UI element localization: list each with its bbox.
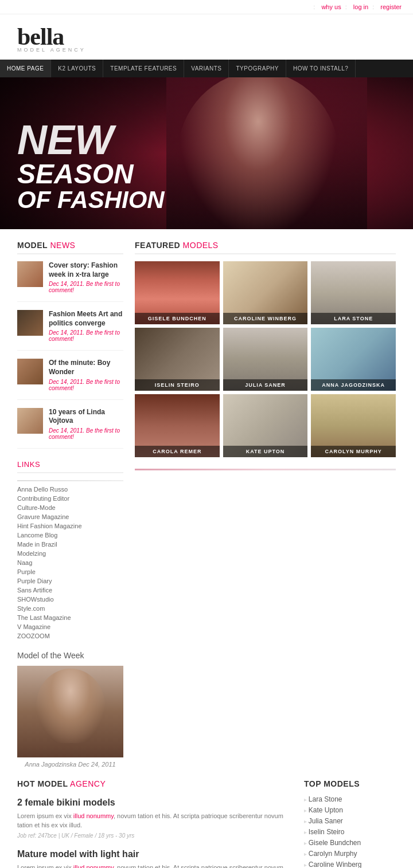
illud-link-1[interactable]: illud nonummy: [73, 812, 114, 819]
link-item[interactable]: Contributing Editor: [17, 495, 123, 502]
link-item[interactable]: Lancome Blog: [17, 532, 123, 539]
why-us-link[interactable]: why us: [321, 3, 341, 10]
nav-homepage[interactable]: HOME PAGE: [0, 60, 51, 77]
news-item-3[interactable]: Of the minute: Boy Wonder Dec 14, 2011. …: [17, 359, 123, 399]
link-item[interactable]: Culture-Mode: [17, 504, 123, 511]
model-card-6[interactable]: ANNA JAGODZINSKA: [311, 328, 396, 391]
model-card-3[interactable]: LARA STONE: [311, 261, 396, 324]
model-card-1[interactable]: GISELE BUNDCHEN: [135, 261, 220, 324]
news-title-4: 10 years of Linda Vojtova: [49, 408, 123, 426]
hero-text: NEW SEASON OF FASHION: [17, 119, 165, 212]
link-item[interactable]: Gravure Magazine: [17, 513, 123, 520]
links-divider: [17, 480, 123, 481]
job-item-1: 2 female bikini models Lorem ipsum ex vi…: [17, 798, 293, 839]
job-item-2: Mature model with light hair Lorem ipsum…: [17, 849, 293, 868]
link-item[interactable]: Hint Fashion Magazine: [17, 523, 123, 529]
model-card-5[interactable]: JULIA SANER: [223, 328, 308, 391]
hero-figure: [166, 77, 367, 229]
model-name-1: GISELE BUNDCHEN: [135, 313, 220, 324]
model-card-8[interactable]: KATE UPTON: [223, 394, 308, 457]
links-section: LINKS Anna Dello RussoContributing Edito…: [17, 460, 123, 639]
nav-k2layouts[interactable]: K2 LAYOUTS: [51, 60, 103, 77]
top-models-section: TOP MODELS Lara StoneKate UptonJulia San…: [304, 779, 396, 868]
job-title-2: Mature model with light hair: [17, 849, 293, 859]
top-model-name[interactable]: Carolyn Murphy: [304, 850, 396, 858]
top-models-title: TOP MODELS: [304, 779, 396, 788]
top-model-name[interactable]: Lara Stone: [304, 795, 396, 803]
model-name-3: LARA STONE: [311, 313, 396, 324]
link-item[interactable]: Purple: [17, 568, 123, 575]
topbar-separator: :: [313, 3, 315, 10]
link-item[interactable]: Sans Artifice: [17, 587, 123, 594]
news-thumb-4: [17, 408, 43, 434]
link-item[interactable]: ZOOZOOM: [17, 633, 123, 639]
header: bella MODEL AGENCY: [0, 14, 413, 60]
content-divider: [135, 469, 396, 470]
topbar-separator3: :: [372, 3, 374, 10]
topbar-separator2: :: [345, 3, 347, 10]
news-date-2: Dec 14, 2011. Be the first to comment!: [49, 329, 123, 342]
register-link[interactable]: register: [380, 3, 402, 10]
link-item[interactable]: Naag: [17, 559, 123, 566]
hero-banner: NEW SEASON OF FASHION: [0, 77, 413, 229]
news-item-2[interactable]: Fashion Meets Art and politics converge …: [17, 310, 123, 351]
nav-variants[interactable]: VARIANTS: [184, 60, 229, 77]
model-name-8: KATE UPTON: [223, 446, 308, 457]
top-model-name[interactable]: Iselin Steiro: [304, 828, 396, 836]
link-item[interactable]: V Magazine: [17, 623, 123, 630]
link-item[interactable]: Modelzing: [17, 550, 123, 557]
logo-name: bella: [17, 23, 86, 50]
link-item[interactable]: Anna Dello Russo: [17, 486, 123, 493]
motw-title: Model of the Week: [17, 651, 123, 660]
featured-models-title: FEATURED MODELS: [135, 241, 396, 254]
motw-image[interactable]: [17, 666, 123, 757]
hot-agency-section: HOT MODEL AGENCY 2 female bikini models …: [17, 779, 293, 868]
link-item[interactable]: Made in Brazil: [17, 541, 123, 548]
model-news-title: MODEL NEWS: [17, 241, 123, 254]
job-title-1: 2 female bikini models: [17, 798, 293, 808]
news-thumb-2: [17, 310, 43, 336]
top-model-name[interactable]: Kate Upton: [304, 806, 396, 814]
nav-how-to-install[interactable]: HOW TO INSTALL?: [286, 60, 356, 77]
sidebar: MODEL NEWS Cover story: Fashion week in …: [17, 241, 123, 768]
hero-line3: OF FASHION: [17, 188, 165, 212]
motw-caption: Anna Jagodzinska Dec 24, 2011: [17, 761, 123, 768]
link-item[interactable]: SHOWstudio: [17, 596, 123, 603]
links-title: LINKS: [17, 460, 123, 473]
job-desc-1: Lorem ipsum ex vix illud nonummy, novum …: [17, 811, 293, 830]
model-card-7[interactable]: CAROLA REMER: [135, 394, 220, 457]
main-nav: HOME PAGE K2 LAYOUTS TEMPLATE FEATURES V…: [0, 60, 413, 77]
hot-agency-title: HOT MODEL AGENCY: [17, 779, 293, 788]
top-model-name[interactable]: Caroline Winberg: [304, 861, 396, 868]
news-date-1: Dec 14, 2011. Be the first to comment!: [49, 281, 123, 293]
model-card-9[interactable]: CAROLYN MURPHY: [311, 394, 396, 457]
news-item-1[interactable]: Cover story: Fashion week in x-tra large…: [17, 261, 123, 302]
nav-template-features[interactable]: TEMPLATE FEATURES: [103, 60, 184, 77]
news-title-2: Fashion Meets Art and politics converge: [49, 310, 123, 328]
news-item-4[interactable]: 10 years of Linda Vojtova Dec 14, 2011. …: [17, 408, 123, 449]
top-bar: : why us : log in : register: [0, 0, 413, 14]
nav-typography[interactable]: TYPOGRAPHY: [229, 60, 286, 77]
link-item[interactable]: The Last Magazine: [17, 614, 123, 621]
link-item[interactable]: Purple Diary: [17, 578, 123, 584]
link-item[interactable]: Style.com: [17, 605, 123, 612]
model-name-9: CAROLYN MURPHY: [311, 446, 396, 457]
news-thumb-1: [17, 261, 43, 287]
motw-section: Model of the Week Anna Jagodzinska Dec 2…: [17, 651, 123, 768]
model-card-4[interactable]: ISELIN STEIRO: [135, 328, 220, 391]
main-content: MODEL NEWS Cover story: Fashion week in …: [0, 229, 413, 779]
lower-section: HOT MODEL AGENCY 2 female bikini models …: [0, 779, 413, 868]
login-link[interactable]: log in: [353, 3, 368, 10]
hero-line2: SEASON: [17, 160, 165, 188]
top-model-name[interactable]: Julia Saner: [304, 817, 396, 825]
top-model-name[interactable]: Gisele Bundchen: [304, 839, 396, 847]
news-date-4: Dec 14, 2011. Be the first to comment!: [49, 427, 123, 440]
links-list: Anna Dello RussoContributing EditorCultu…: [17, 486, 123, 639]
model-name-6: ANNA JAGODZINSKA: [311, 379, 396, 391]
model-card-2[interactable]: CAROLINE WINBERG: [223, 261, 308, 324]
logo[interactable]: bella MODEL AGENCY: [17, 23, 86, 53]
models-grid: GISELE BUNDCHEN CAROLINE WINBERG LARA ST…: [135, 261, 396, 457]
job-ref-1: Job ref: 247bce | UK / Female / 18 yrs -…: [17, 832, 293, 839]
illud-link-2[interactable]: illud nonummy: [73, 864, 114, 868]
news-thumb-3: [17, 359, 43, 384]
